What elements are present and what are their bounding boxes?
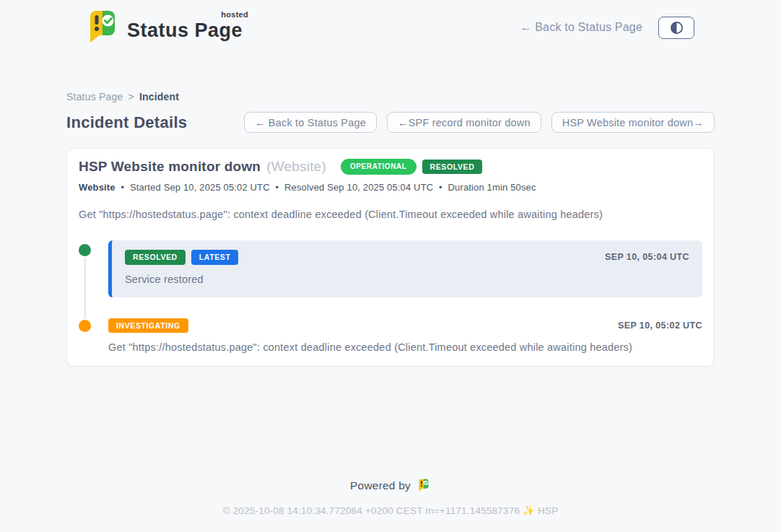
brand-logo: Status Page hosted — [85, 9, 243, 45]
timeline-timestamp: SEP 10, 05:04 UTC — [605, 252, 689, 262]
timeline-item-investigating: INVESTIGATING SEP 10, 05:02 UTC Get "htt… — [79, 316, 702, 354]
breadcrumb: Status Page > Incident — [66, 91, 715, 103]
back-to-status-page-link[interactable]: ← Back to Status Page — [520, 21, 642, 34]
timeline-dot-green-icon — [79, 244, 91, 256]
incident-component: (Website) — [266, 159, 326, 175]
timeline-item-body: INVESTIGATING SEP 10, 05:02 UTC Get "htt… — [108, 316, 702, 354]
incident-title: HSP Website monitor down — [79, 159, 261, 175]
timeline-investigating-badge: INVESTIGATING — [108, 318, 188, 333]
timeline-dot-column — [79, 316, 108, 354]
status-page-logo-icon[interactable] — [416, 479, 431, 492]
incident-meta: Website • Started Sep 10, 2025 05:02 UTC… — [79, 182, 702, 193]
contrast-half-circle-icon — [670, 21, 684, 35]
meta-duration: Duration 1min 50sec — [448, 182, 536, 193]
timeline-item-body: RESOLVED LATEST SEP 10, 05:04 UTC Servic… — [108, 240, 702, 297]
sparkles-icon: ✨ — [523, 505, 535, 516]
timeline-item-header: RESOLVED LATEST SEP 10, 05:04 UTC — [125, 250, 689, 265]
meta-resolved: Resolved Sep 10, 2025 05:04 UTC — [284, 182, 433, 193]
prev-incident-button[interactable]: ←SPF record monitor down — [387, 112, 541, 133]
incident-description: Get "https://hostedstatus.page": context… — [79, 209, 702, 220]
timeline-message: Service restored — [125, 274, 689, 285]
incident-title-row: HSP Website monitor down (Website) OPERA… — [79, 159, 702, 175]
operational-badge: OPERATIONAL — [341, 159, 416, 175]
meta-separator: • — [276, 182, 279, 193]
timeline-badges: INVESTIGATING — [108, 318, 188, 333]
copyright-suffix: HSP — [538, 505, 558, 516]
timeline-dot-orange-icon — [79, 320, 91, 332]
next-incident-button[interactable]: HSP Website monitor down→ — [551, 112, 715, 133]
meta-started: Started Sep 10, 2025 05:02 UTC — [130, 182, 270, 193]
brand-name: Status Page hosted — [127, 15, 243, 40]
timeline-badges: RESOLVED LATEST — [125, 250, 238, 265]
timeline-item-header: INVESTIGATING SEP 10, 05:02 UTC — [108, 318, 702, 333]
copyright-line: © 2025-10-08 14:10:34.772084 +0200 CEST … — [0, 505, 781, 516]
meta-component: Website — [79, 182, 115, 193]
status-page-logo-icon — [85, 9, 120, 45]
top-bar: Status Page hosted ← Back to Status Page — [0, 0, 781, 45]
timeline-timestamp: SEP 10, 05:02 UTC — [618, 320, 702, 331]
incident-nav-buttons: ← Back to Status Page ←SPF record monito… — [244, 112, 715, 133]
timeline-item-resolved: RESOLVED LATEST SEP 10, 05:04 UTC Servic… — [79, 240, 702, 297]
powered-by: Powered by — [0, 479, 781, 492]
breadcrumb-incident: Incident — [139, 91, 179, 103]
page-footer: Powered by © 2025-10-08 14:10:34.772084 … — [0, 479, 781, 532]
status-page-app: Status Page hosted ← Back to Status Page… — [0, 0, 781, 532]
brand-superscript: hosted — [221, 11, 248, 19]
resolved-badge: RESOLVED — [422, 160, 483, 175]
timeline-resolved-badge: RESOLVED — [125, 250, 186, 265]
title-row: Incident Details ← Back to Status Page ←… — [66, 112, 715, 133]
timeline-latest-badge: LATEST — [191, 250, 239, 265]
breadcrumb-status-page[interactable]: Status Page — [66, 91, 123, 103]
theme-toggle-button[interactable] — [658, 17, 694, 39]
timeline-highlight-box: RESOLVED LATEST SEP 10, 05:04 UTC Servic… — [108, 240, 702, 297]
top-bar-right: ← Back to Status Page — [520, 17, 694, 39]
meta-separator: • — [439, 182, 442, 193]
incident-card: HSP Website monitor down (Website) OPERA… — [66, 148, 715, 367]
breadcrumb-separator: > — [128, 91, 134, 103]
timeline-message: Get "https://hostedstatus.page": context… — [108, 341, 702, 353]
incident-timeline: RESOLVED LATEST SEP 10, 05:04 UTC Servic… — [79, 240, 702, 353]
page-title: Incident Details — [66, 113, 187, 132]
back-to-status-page-button[interactable]: ← Back to Status Page — [244, 112, 377, 133]
meta-separator: • — [121, 182, 124, 193]
copyright-text: © 2025-10-08 14:10:34.772084 +0200 CEST … — [223, 505, 520, 516]
main-content: Status Page > Incident Incident Details … — [66, 91, 715, 367]
timeline-dot-column — [79, 240, 108, 297]
powered-by-label: Powered by — [350, 479, 411, 492]
